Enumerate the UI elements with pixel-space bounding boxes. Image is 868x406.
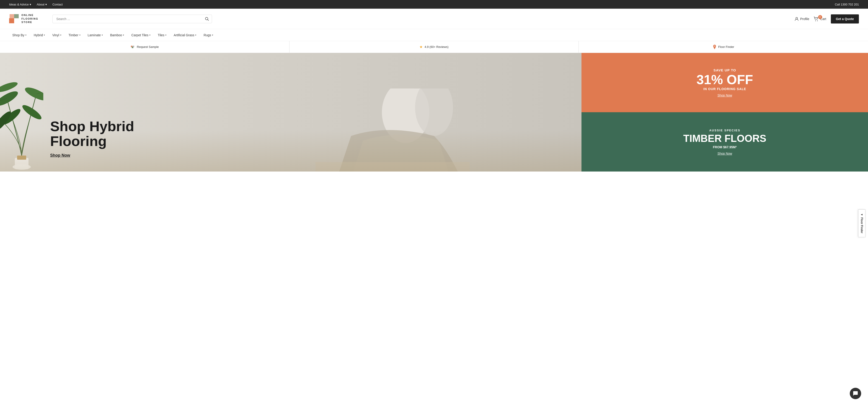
- chevron-down-icon: ▾: [212, 34, 213, 36]
- profile-label: Profile: [800, 17, 809, 21]
- hero-shop-now-label: Shop Now: [50, 153, 70, 157]
- nav-shop-by[interactable]: Shop By ▾: [9, 29, 30, 41]
- logo-text: ONLINE FLOORING STORE: [22, 13, 38, 24]
- promo-green-panel: AUSSIE SPECIES TIMBER FLOORS FROM $67.95…: [582, 112, 868, 172]
- chevron-down-icon: ▾: [30, 3, 31, 6]
- header: ONLINE FLOORING STORE Profile 0: [0, 9, 868, 29]
- chevron-down-icon: ▾: [123, 34, 124, 36]
- search-wrap: [53, 14, 212, 23]
- svg-line-4: [208, 19, 209, 21]
- nav-rugs[interactable]: Rugs ▾: [200, 29, 216, 41]
- nav-timber[interactable]: Timber ▾: [65, 29, 84, 41]
- top-bar-left: Ideas & Advice ▾ About ▾ Contact: [9, 3, 63, 6]
- promo-sale-text: IN OUR FLOORING SALE: [704, 87, 746, 91]
- promo-orange-shop-label: Shop Now: [717, 93, 732, 97]
- about-link[interactable]: About ▾: [37, 3, 47, 6]
- request-sample-item[interactable]: Request Sample: [0, 41, 289, 53]
- profile-icon: [795, 17, 799, 21]
- nav-timber-label: Timber: [69, 33, 79, 37]
- nav-carpet-tiles[interactable]: Carpet Tiles ▾: [128, 29, 154, 41]
- quote-label: Get a Quote: [836, 17, 854, 21]
- logo[interactable]: ONLINE FLOORING STORE: [9, 13, 45, 24]
- nav-bamboo[interactable]: Bamboo ▾: [107, 29, 127, 41]
- ideas-advice-link[interactable]: Ideas & Advice ▾: [9, 3, 31, 6]
- nav-rugs-label: Rugs: [204, 33, 211, 37]
- reviews-item[interactable]: ★ 4.9 (60+ Reviews): [289, 41, 579, 53]
- promo-green-title: TIMBER FLOORS: [683, 134, 766, 143]
- chevron-down-icon: ▾: [79, 34, 81, 36]
- header-actions: Profile 0 Cart Get a Quote: [795, 14, 859, 24]
- nav-laminate-label: Laminate: [88, 33, 101, 37]
- nav-laminate[interactable]: Laminate ▾: [85, 29, 106, 41]
- nav-vinyl[interactable]: Vinyl ▾: [49, 29, 64, 41]
- hero-title-line2: Flooring: [50, 133, 107, 149]
- chevron-down-icon: ▾: [60, 34, 61, 36]
- chevron-down-icon: ▾: [165, 34, 166, 36]
- nav-shop-by-label: Shop By: [12, 33, 24, 37]
- promo-green-shop-label: Shop Now: [717, 152, 732, 155]
- nav-carpet-tiles-label: Carpet Tiles: [131, 33, 148, 37]
- svg-rect-10: [133, 46, 134, 47]
- nav-hybrid[interactable]: Hybrid ▾: [31, 29, 48, 41]
- svg-point-15: [24, 85, 43, 103]
- svg-point-5: [796, 17, 798, 19]
- svg-rect-1: [9, 14, 14, 19]
- cart-button[interactable]: 0 Cart: [814, 17, 826, 22]
- hero-shop-now-link[interactable]: Shop Now: [50, 153, 70, 157]
- nav-artificial-grass-label: Artificial Grass: [174, 33, 194, 37]
- svg-rect-2: [14, 14, 19, 18]
- promo-green-subtitle: AUSSIE SPECIES: [709, 128, 740, 132]
- promo-orange-shop-link[interactable]: Shop Now: [717, 93, 732, 97]
- reviews-label: 4.9 (60+ Reviews): [425, 45, 448, 49]
- svg-point-14: [0, 89, 20, 108]
- quote-button[interactable]: Get a Quote: [831, 14, 859, 24]
- phone-number: Call 1300 702 201: [835, 3, 859, 6]
- profile-button[interactable]: Profile: [795, 17, 809, 21]
- chevron-down-icon: ▾: [195, 34, 196, 36]
- nav-bamboo-label: Bamboo: [110, 33, 122, 37]
- sample-label: Request Sample: [137, 45, 159, 49]
- cart-badge: 0: [818, 15, 822, 19]
- nav-artificial-grass[interactable]: Artificial Grass ▾: [170, 29, 199, 41]
- floor-finder-label: Floor Finder: [718, 45, 734, 49]
- hero-section: Shop Hybrid Flooring Shop Now SAVE UP TO…: [0, 53, 868, 172]
- nav-hybrid-label: Hybrid: [34, 33, 43, 37]
- nav-tiles-label: Tiles: [158, 33, 164, 37]
- promo-discount: 31% OFF: [696, 73, 753, 86]
- ideas-advice-label: Ideas & Advice: [9, 3, 29, 6]
- sample-icon: [130, 45, 135, 49]
- svg-point-17: [21, 103, 43, 122]
- location-icon: [713, 45, 716, 49]
- chevron-down-icon: ▾: [102, 34, 103, 36]
- hero-main: Shop Hybrid Flooring Shop Now: [0, 53, 582, 172]
- hero-title: Shop Hybrid Flooring: [50, 119, 134, 148]
- floor-finder-item[interactable]: Floor Finder: [579, 41, 868, 53]
- search-icon: [205, 17, 209, 21]
- promo-price-line: FROM $67.95M²: [711, 145, 739, 149]
- contact-link[interactable]: Contact: [53, 3, 63, 6]
- top-bar: Ideas & Advice ▾ About ▾ Contact Call 13…: [0, 0, 868, 9]
- chevron-down-icon: ▾: [149, 34, 150, 36]
- promo-green-shop-link[interactable]: Shop Now: [717, 152, 732, 155]
- main-nav: Shop By ▾ Hybrid ▾ Vinyl ▾ Timber ▾ Lami…: [0, 29, 868, 41]
- hero-content: Shop Hybrid Flooring Shop Now: [50, 119, 134, 158]
- promo-line: IN OUR FLOORING SALE: [701, 87, 749, 91]
- contact-label: Contact: [53, 3, 63, 6]
- chevron-down-icon: ▾: [44, 34, 45, 36]
- logo-icon: [9, 14, 19, 24]
- chevron-down-icon: ▾: [25, 34, 26, 36]
- about-label: About: [37, 3, 44, 6]
- nav-tiles[interactable]: Tiles ▾: [155, 29, 169, 41]
- nav-vinyl-label: Vinyl: [52, 33, 59, 37]
- star-icon: ★: [420, 45, 423, 49]
- svg-point-7: [817, 20, 818, 21]
- svg-point-6: [815, 20, 816, 21]
- promo-save-text: SAVE UP TO: [713, 68, 736, 72]
- hero-title-line1: Shop Hybrid: [50, 118, 134, 134]
- hero-right-panels: SAVE UP TO 31% OFF IN OUR FLOORING SALE …: [582, 53, 868, 172]
- search-button[interactable]: [202, 14, 212, 23]
- info-bar: Request Sample ★ 4.9 (60+ Reviews) Floor…: [0, 41, 868, 53]
- search-input[interactable]: [53, 14, 212, 23]
- chevron-down-icon: ▾: [45, 3, 47, 6]
- promo-price-text: FROM $67.95M²: [713, 145, 737, 149]
